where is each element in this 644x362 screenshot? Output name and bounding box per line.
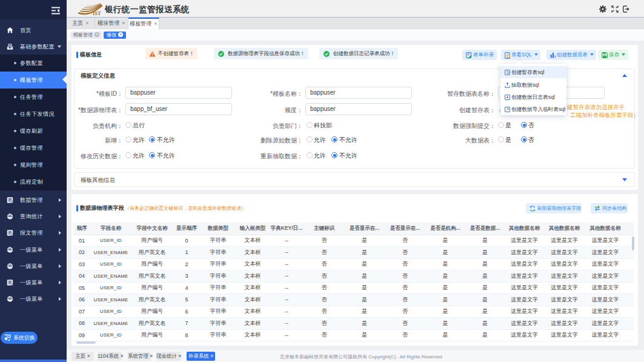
svg-text:IST: IST: [93, 10, 101, 16]
